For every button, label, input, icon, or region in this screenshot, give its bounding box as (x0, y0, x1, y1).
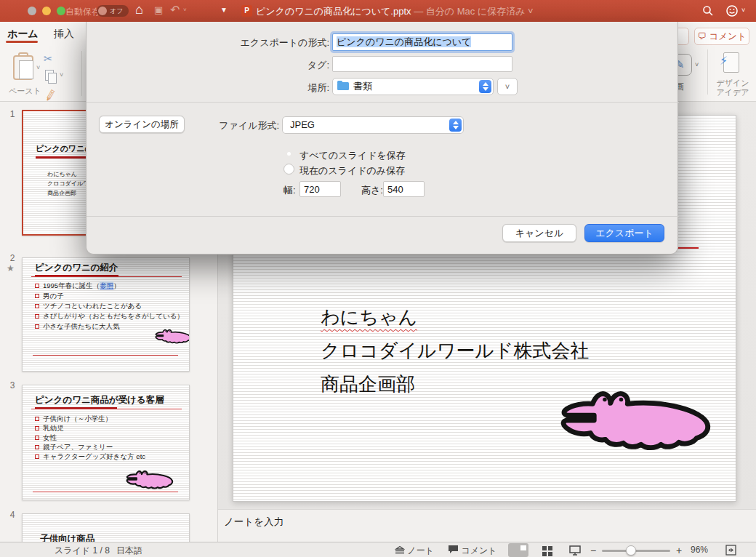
save-icon[interactable]: ▣ (154, 4, 163, 15)
pink-crocodile-image[interactable] (155, 325, 190, 347)
autosave-toggle[interactable]: オフ (97, 5, 129, 17)
bullet-square-icon (35, 314, 39, 318)
notes-placeholder[interactable]: ノートを入力 (224, 516, 284, 529)
window-minimize-button[interactable] (42, 7, 51, 15)
bullet-square-icon (35, 294, 39, 298)
tab-insert[interactable]: 挿入 (54, 28, 74, 41)
notes-toggle-label: ノート (407, 545, 434, 556)
tags-label: タグ: (254, 59, 329, 72)
radio-all-slides-label[interactable]: すべてのスライドを保存 (299, 149, 406, 162)
expand-sheet-chevron-button[interactable]: ˅ (497, 78, 518, 95)
zoom-level[interactable]: 96% (691, 545, 708, 555)
export-button[interactable]: エクスポート (584, 224, 664, 242)
export-name-input[interactable]: ピンクのワニの商品化について (332, 33, 512, 51)
popup-stepper-icon (479, 80, 491, 93)
thumb3-bottom-line (33, 492, 178, 492)
home-icon[interactable]: ⌂ (135, 2, 143, 17)
slide-thumbnail-4[interactable]: 子供向け商品 (22, 513, 190, 542)
pink-crocodile-image[interactable] (126, 467, 175, 492)
zoom-slider-track[interactable] (602, 550, 670, 552)
bullet-square-icon (35, 426, 39, 430)
comments-ribbon-button[interactable]: 🗩 コメント (694, 28, 749, 45)
slide-sorter-view-button[interactable] (537, 543, 558, 557)
language-indicator[interactable]: 日本語 (116, 545, 142, 557)
paste-page-icon (19, 60, 33, 79)
doc-title-text: ピンクのワニの商品化について.pptx (256, 6, 411, 17)
slide-line-2: クロコダイルワールド株式会社 (321, 334, 589, 367)
autosave-state: オフ (110, 7, 123, 16)
tags-input[interactable] (332, 56, 512, 72)
pink-crocodile-image-main[interactable] (559, 383, 717, 454)
file-format-label: ファイル形式: (206, 119, 279, 132)
bullet-square-icon (35, 436, 39, 440)
bullet-square-icon (35, 417, 39, 421)
thumb-number-3: 3 (6, 380, 19, 390)
notes-pane[interactable]: ノートを入力 (218, 509, 756, 542)
cancel-button[interactable]: キャンセル (502, 224, 576, 242)
slideshow-view-button[interactable] (565, 543, 585, 557)
width-input[interactable]: 720 (299, 181, 341, 197)
format-painter-icon[interactable]: 🖉 (44, 87, 57, 102)
paste-label[interactable]: ペースト (9, 86, 41, 97)
design-ideas-label[interactable]: デザインアイデア (712, 79, 753, 97)
feedback-smiley-icon[interactable] (725, 4, 739, 17)
thumb2-b5-text: 小さな子供たちに大人気 (43, 322, 120, 330)
thumb-number-4: 4 (6, 510, 19, 520)
slide-thumbnail-2[interactable]: ピンクのワニの紹介 1995年春に誕生（参照） 男の子 ツチノコといわれたことが… (22, 257, 190, 372)
customize-toolbar-icon[interactable]: ▼ (220, 6, 228, 14)
window-zoom-button[interactable] (57, 7, 65, 15)
comments-ribbon-label: コメント (709, 31, 746, 41)
thumb-number-2: 2 (6, 253, 19, 263)
cut-scissors-icon[interactable]: ✂ (44, 52, 53, 65)
slideshow-icon (569, 545, 581, 556)
export-name-value: ピンクのワニの商品化について (337, 36, 471, 47)
zoom-out-button[interactable]: − (590, 545, 596, 556)
slide-thumbnail-3[interactable]: ピンクのワニ商品が受ける客層 子供向け（～小学生） 乳幼児 女性 親子ペア、ファ… (22, 385, 190, 500)
comment-bubble-icon (448, 545, 459, 554)
thumb2-bullet-1: 1995年春に誕生（参照） (35, 281, 121, 291)
fit-to-window-icon[interactable] (725, 545, 736, 556)
search-icon[interactable] (702, 5, 714, 17)
thumb3-b3-text: 女性 (43, 433, 57, 441)
doc-status-text[interactable]: — 自分の Mac に保存済み ˅ (414, 6, 534, 17)
thumb3-bullet-1: 子供向け（～小学生） (35, 414, 112, 424)
draw-chevron-icon[interactable]: ˅ (695, 61, 699, 68)
radio-current-slide[interactable] (284, 164, 294, 175)
thumb3-bullet-2: 乳幼児 (35, 424, 64, 433)
slide-body-textbox[interactable]: わにちゃん クロコダイルワールド株式会社 商品企画部 (321, 300, 589, 401)
thumb2-bullet-4: さびしがりや（おともだちをさがしている） (35, 312, 184, 321)
dialog-separator-top (87, 102, 679, 103)
thumb2-bullet-2: 男の子 (35, 292, 64, 301)
thumb3-b4-text: 親子ペア、ファミリー (43, 443, 113, 451)
paste-chevron-icon[interactable]: ˅ (36, 64, 40, 71)
window-close-button[interactable] (28, 7, 36, 15)
comments-toggle-label: コメント (461, 545, 496, 556)
thumb3-title: ピンクのワニ商品が受ける客層 (35, 394, 164, 406)
notes-toggle-button[interactable]: ノート (395, 545, 434, 557)
height-input[interactable]: 540 (383, 181, 425, 197)
thumb3-b5-text: キャラクターグッズ好きな方 etc (43, 452, 145, 460)
thumb2-b2-text: 男の子 (43, 292, 64, 300)
zoom-slider-thumb[interactable] (626, 545, 636, 556)
autosave-label: 自動保存 (65, 6, 100, 18)
location-popup[interactable]: 書類 (332, 78, 494, 95)
copy-chevron-icon[interactable]: ˅ (60, 71, 63, 79)
thumb2-b1-suffix: ） (113, 281, 121, 289)
zoom-in-button[interactable]: + (676, 545, 682, 556)
width-label: 幅: (284, 184, 296, 197)
transition-star-icon: ★ (7, 263, 15, 273)
thumb2-b1-link[interactable]: 参照 (100, 281, 113, 289)
undo-icon[interactable]: ↶ (170, 3, 180, 17)
file-format-popup[interactable]: JPEG (282, 116, 464, 134)
normal-view-button[interactable] (508, 543, 528, 557)
tab-home-underline (6, 41, 38, 43)
online-locations-button[interactable]: オンラインの場所 (99, 116, 185, 133)
radio-current-slide-label[interactable]: 現在のスライドのみ保存 (299, 164, 405, 177)
feedback-chevron-icon[interactable]: ˅ (741, 7, 745, 14)
tab-home[interactable]: ホーム (7, 28, 39, 41)
comments-toggle-button[interactable]: コメント (448, 545, 496, 557)
popup-stepper-icon (449, 119, 462, 132)
undo-chevron-icon[interactable]: ˅ (183, 7, 187, 13)
dialog-separator-bottom (87, 216, 679, 217)
thumb3-bullet-5: キャラクターグッズ好きな方 etc (35, 452, 145, 462)
